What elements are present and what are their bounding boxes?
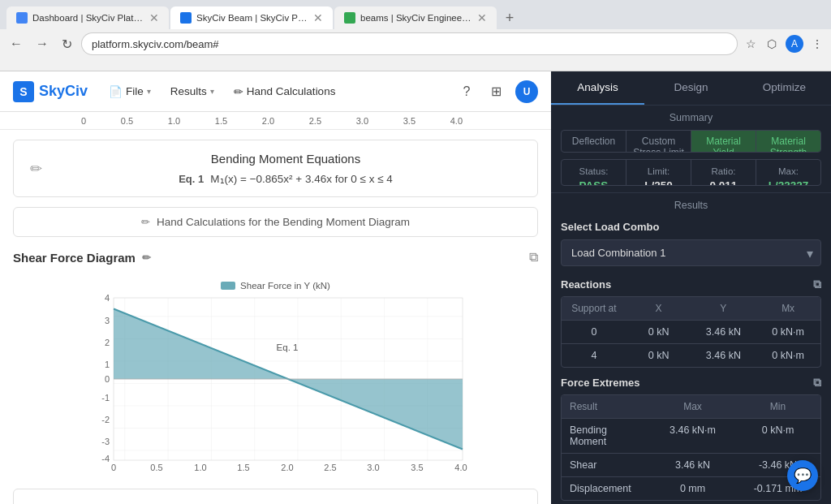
force-row-0: Bending Moment 3.46 kN·m 0 kN·m — [562, 418, 820, 453]
browser-chrome: Dashboard | SkyCiv Platform ✕ SkyCiv Bea… — [0, 0, 831, 71]
toolbar-menu: 📄 File ▾ Results ▾ ✏ Hand Calculations — [101, 82, 343, 101]
svg-text:0: 0 — [110, 463, 115, 472]
ratio-cell: Ratio: 0.011 — [691, 160, 756, 186]
ratio-value: 0.011 — [696, 179, 751, 186]
shear-force-title-text: Shear Force Diagram — [13, 251, 136, 265]
status-label: Status: — [566, 166, 621, 176]
reactions-copy-icon[interactable]: ⧉ — [813, 278, 821, 291]
section-title-bar: Shear Force Diagram ✏ ⧉ — [13, 250, 538, 265]
toolbar-icons: ? ⊞ U — [457, 80, 538, 103]
f-max-2: 0 mm — [650, 477, 735, 500]
scale-0: 0 — [81, 116, 86, 126]
new-tab-button[interactable]: + — [498, 6, 521, 29]
file-icon: 📄 — [109, 85, 123, 98]
max-label: Max: — [761, 166, 816, 176]
f-max-1: 3.46 kN — [650, 454, 735, 476]
bookmark-icon[interactable]: ☆ — [743, 37, 758, 51]
menu-icon[interactable]: ⋮ — [810, 37, 825, 51]
tab-1-favicon — [16, 12, 28, 24]
tab-2-close[interactable]: ✕ — [313, 11, 323, 24]
force-header: Result Max Min — [562, 395, 820, 418]
copy-icon[interactable]: ⧉ — [529, 250, 538, 265]
hand-calc-pencil-icon: ✏ — [141, 216, 150, 228]
tab-design[interactable]: Design — [644, 71, 738, 105]
r-header-x: X — [626, 297, 691, 320]
back-button[interactable]: ← — [6, 33, 26, 54]
reactions-table: Support at X Y Mx 0 0 kN 3.46 kN 0 kN·m … — [561, 296, 821, 368]
chat-bubble[interactable]: 💬 — [787, 460, 818, 491]
main-content: ✏ Bending Moment Equations Eq. 1 M₁(x) =… — [0, 130, 551, 504]
f-max-0: 3.46 kN·m — [650, 419, 735, 453]
scale-4.0: 4.0 — [450, 116, 463, 126]
help-icon[interactable]: ? — [457, 82, 476, 101]
shear-equations-card: ✏ Shear Force Equations — [13, 489, 538, 504]
svg-text:4.0: 4.0 — [454, 463, 467, 472]
reload-button[interactable]: ↻ — [58, 33, 75, 55]
tab-3-close[interactable]: ✕ — [477, 11, 487, 24]
load-combo-wrapper: Load Combination 1 — [561, 239, 821, 266]
ratio-label: Ratio: — [696, 166, 751, 176]
bm-card-title: Bending Moment Equations — [50, 152, 521, 166]
brand-name: SkyCiv — [39, 83, 88, 100]
badge-custom-stress[interactable]: Custom Stress Limit — [626, 131, 691, 152]
shear-force-section: Shear Force Diagram ✏ ⧉ Shear Force in Y… — [13, 250, 538, 479]
max-value: L/23327 — [761, 179, 816, 186]
badge-material-strength[interactable]: Material Strength — [756, 131, 820, 152]
forward-button[interactable]: → — [32, 33, 52, 54]
left-panel: S SkyCiv 📄 File ▾ Results ▾ ✏ Hand Calcu… — [0, 71, 551, 504]
load-combo-label: Select Load Combo — [561, 221, 821, 233]
badge-deflection[interactable]: Deflection — [562, 131, 626, 152]
limit-label: Limit: — [631, 166, 686, 176]
svg-text:Eq. 1: Eq. 1 — [276, 342, 298, 352]
profile-icon[interactable]: A — [786, 35, 803, 53]
eq-label: Eq. 1 — [179, 173, 204, 185]
load-combo-select[interactable]: Load Combination 1 — [561, 239, 821, 266]
bm-card-pencil-icon: ✏ — [30, 160, 42, 178]
force-extremes-label: Force Extremes ⧉ — [561, 376, 821, 390]
limit-cell: Limit: L/250 — [626, 160, 691, 186]
results-menu[interactable]: Results ▾ — [162, 82, 222, 101]
svg-text:3.5: 3.5 — [411, 463, 423, 472]
user-avatar[interactable]: U — [515, 80, 538, 103]
right-panel: Analysis Design Optimize Summary Deflect… — [551, 71, 831, 504]
tab-2[interactable]: SkyCiv Beam | SkyCiv Platform ✕ — [170, 6, 333, 29]
svg-text:2.5: 2.5 — [324, 463, 336, 472]
tab-1[interactable]: Dashboard | SkyCiv Platform ✕ — [6, 6, 169, 29]
scale-0.5: 0.5 — [121, 116, 133, 126]
hand-calculations-menu[interactable]: ✏ Hand Calculations — [226, 82, 344, 101]
pencil-toolbar-icon: ✏ — [234, 85, 243, 98]
file-caret: ▾ — [147, 87, 151, 96]
svg-text:-4: -4 — [101, 454, 110, 463]
shear-title-edit-icon[interactable]: ✏ — [142, 252, 151, 264]
r-y-0: 3.46 kN — [691, 321, 756, 343]
scale-1.5: 1.5 — [215, 116, 227, 126]
status-badges: Deflection Custom Stress Limit Material … — [561, 130, 821, 153]
r-header-y: Y — [691, 297, 756, 320]
hand-calculations-label: Hand Calculations — [247, 85, 336, 97]
r-support-0: 0 — [562, 321, 626, 343]
r-x-0: 0 kN — [626, 321, 691, 343]
badge-material-yield[interactable]: Material Yield — [691, 131, 756, 152]
svg-text:2: 2 — [104, 338, 109, 347]
f-header-result: Result — [562, 395, 650, 418]
app-layout: S SkyCiv 📄 File ▾ Results ▾ ✏ Hand Calcu… — [0, 71, 831, 504]
grid-icon[interactable]: ⊞ — [486, 82, 506, 101]
tab-3[interactable]: beams | SkyCiv Engineering ✕ — [334, 6, 497, 29]
file-menu[interactable]: 📄 File ▾ — [101, 82, 159, 101]
force-copy-icon[interactable]: ⧉ — [813, 376, 821, 390]
app-toolbar: S SkyCiv 📄 File ▾ Results ▾ ✏ Hand Calcu… — [0, 71, 551, 112]
tab-analysis[interactable]: Analysis — [551, 71, 644, 105]
equation-text: M₁(x) = −0.865x² + 3.46x for 0 ≤ x ≤ 4 — [210, 172, 393, 185]
url-input[interactable] — [82, 33, 737, 54]
hand-calc-button[interactable]: ✏ Hand Calculations for the Bending Mome… — [13, 207, 538, 237]
tab-optimize[interactable]: Optimize — [738, 71, 831, 105]
svg-text:1: 1 — [104, 360, 109, 369]
extension-icon[interactable]: ⬡ — [764, 37, 779, 51]
svg-text:0.5: 0.5 — [150, 463, 162, 472]
max-cell: Max: L/23327 — [756, 160, 820, 186]
legend-label: Shear Force in Y (kN) — [240, 281, 330, 291]
tab-1-close[interactable]: ✕ — [149, 11, 159, 24]
svg-text:-3: -3 — [101, 437, 110, 446]
r-mx-1: 0 kN·m — [756, 344, 820, 367]
tab-3-title: beams | SkyCiv Engineering — [360, 13, 472, 23]
